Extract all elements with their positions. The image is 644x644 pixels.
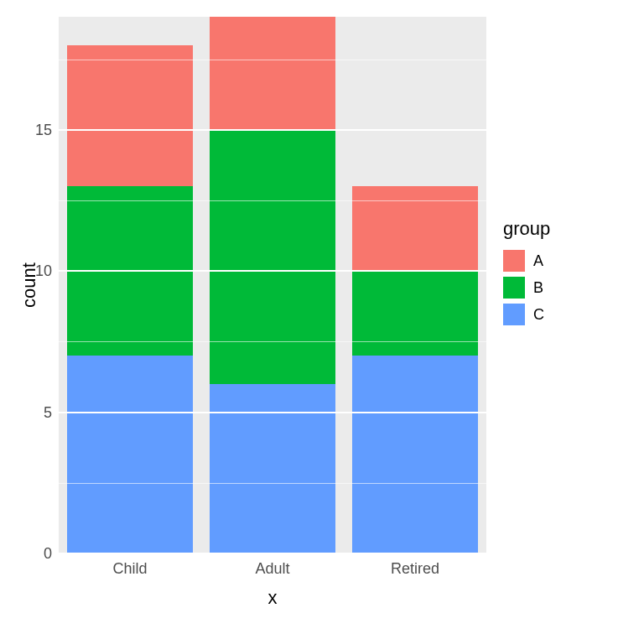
grid-minor <box>59 341 486 342</box>
grid-major <box>59 129 486 131</box>
bar-segment-B <box>352 271 478 356</box>
y-tick-label: 5 <box>10 403 52 421</box>
bar-column <box>210 17 335 553</box>
legend-label: B <box>533 279 543 297</box>
grid-major <box>59 553 486 554</box>
legend: group ABC <box>503 218 550 330</box>
legend-title: group <box>503 218 550 240</box>
legend-swatch <box>503 277 525 299</box>
legend-label: C <box>533 306 544 324</box>
bar-segment-B <box>210 130 335 384</box>
legend-item: C <box>503 304 550 325</box>
grid-major <box>59 412 486 413</box>
stacked-bar-chart: 051015 ChildAdultRetired count x group A… <box>0 0 644 644</box>
grid-minor <box>59 483 486 484</box>
x-tick-label: Retired <box>391 560 439 578</box>
x-tick-label: Child <box>112 560 147 578</box>
y-tick-label: 0 <box>10 545 52 563</box>
grid-minor <box>59 60 486 60</box>
plot-panel <box>59 17 486 553</box>
y-tick-label: 15 <box>10 121 52 138</box>
legend-label: A <box>533 252 543 270</box>
legend-swatch <box>503 250 525 272</box>
legend-swatch <box>503 304 525 325</box>
grid-minor <box>59 200 486 201</box>
legend-item: B <box>503 277 550 299</box>
bar-column <box>352 186 478 553</box>
bar-segment-C <box>352 356 478 553</box>
grid-major <box>59 270 486 272</box>
bar-segment-A <box>67 45 193 186</box>
bar-segment-A <box>352 186 478 271</box>
bar-segment-C <box>67 356 193 553</box>
x-tick-label: Adult <box>255 560 289 578</box>
bar-segment-C <box>210 384 335 553</box>
y-axis-label: count <box>18 262 40 308</box>
bars-layer <box>59 17 486 553</box>
bar-column <box>67 45 193 553</box>
legend-item: A <box>503 250 550 272</box>
bar-segment-A <box>210 17 335 130</box>
x-axis-label: x <box>59 587 486 609</box>
